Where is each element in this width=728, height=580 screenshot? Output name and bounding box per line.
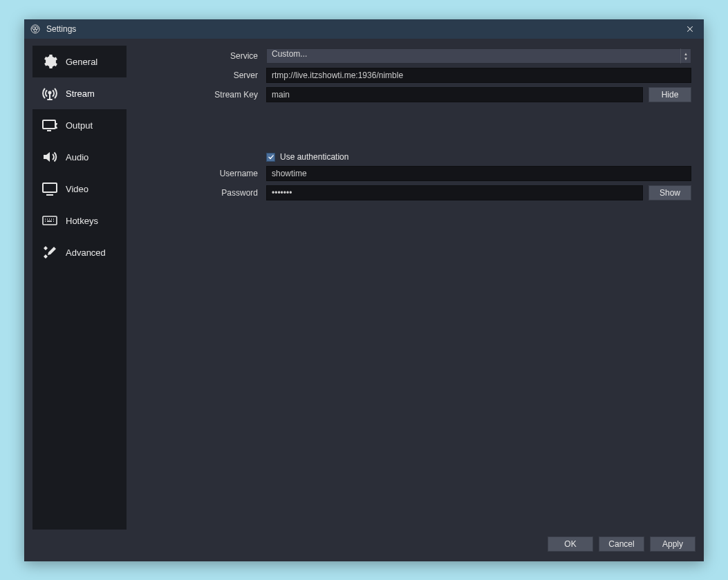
sidebar-item-audio[interactable]: Audio [32,141,127,173]
content-row: General Stream [32,46,696,530]
sidebar-item-label: Audio [66,152,88,162]
sidebar-item-label: Video [66,184,88,194]
server-input[interactable] [266,68,691,83]
sidebar-item-video[interactable]: Video [32,173,127,205]
gear-icon [41,53,59,71]
window-body: General Stream [24,39,704,561]
service-value: Custom... [266,48,680,64]
svg-rect-11 [43,183,57,192]
speaker-icon [41,148,59,166]
use-auth-row: Use authentication [266,152,691,162]
stepper-icon[interactable]: ▲▼ [680,48,691,64]
app-icon [30,24,41,35]
stream-key-label: Stream Key [136,90,261,100]
sidebar-item-label: Stream [66,88,95,99]
apply-button[interactable]: Apply [650,536,696,552]
titlebar: Settings [24,19,704,39]
svg-point-3 [34,29,37,32]
use-auth-checkbox[interactable] [266,153,275,162]
sidebar-item-label: Output [66,120,93,131]
cancel-button[interactable]: Cancel [599,536,644,552]
sidebar-item-label: Advanced [66,247,106,258]
tools-icon [41,243,59,261]
output-icon [41,116,59,134]
dialog-footer: OK Cancel Apply [32,530,696,553]
service-row: Service Custom... ▲▼ [136,48,691,64]
use-auth-label: Use authentication [280,152,348,162]
hide-button[interactable]: Hide [648,87,691,102]
sidebar-item-general[interactable]: General [32,46,127,77]
service-select[interactable]: Custom... ▲▼ [266,48,691,64]
sidebar-item-hotkeys[interactable]: Hotkeys [32,205,127,236]
ok-button[interactable]: OK [548,536,593,552]
password-input[interactable] [266,185,643,200]
password-row: Password Show [136,185,691,200]
show-button[interactable]: Show [648,185,691,200]
antenna-icon [41,84,59,102]
sidebar-item-advanced[interactable]: Advanced [32,236,127,268]
svg-rect-9 [43,120,55,129]
username-row: Username [136,166,691,181]
stream-key-input[interactable] [266,87,643,102]
sidebar-item-label: Hotkeys [66,216,98,226]
sidebar-item-stream[interactable]: Stream [32,77,127,109]
service-label: Service [136,51,261,61]
keyboard-icon [41,212,59,230]
stream-settings-panel: Service Custom... ▲▼ Server Stream Key [136,46,696,530]
username-input[interactable] [266,166,691,181]
window-title: Settings [46,24,76,34]
server-label: Server [136,71,261,80]
settings-sidebar: General Stream [32,46,127,530]
settings-window: Settings General [24,19,704,561]
stream-key-row: Stream Key Hide [136,87,691,102]
monitor-icon [41,180,59,198]
close-icon[interactable] [680,19,700,39]
svg-rect-13 [43,216,57,225]
password-label: Password [136,188,261,198]
sidebar-item-output[interactable]: Output [32,109,127,141]
username-label: Username [136,169,261,178]
server-row: Server [136,68,691,83]
sidebar-item-label: General [66,57,97,67]
